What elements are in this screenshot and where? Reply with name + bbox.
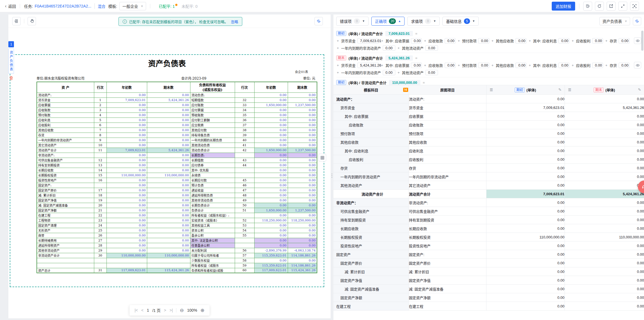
map-end-value[interactable]: 0.00 <box>565 198 644 207</box>
doc-line-number[interactable] <box>94 92 106 97</box>
doc-item-label[interactable]: 流动负债: <box>190 92 235 97</box>
open-external-icon-button[interactable] <box>607 2 616 11</box>
doc-amount-cell[interactable]: 0.00 <box>147 203 190 208</box>
formula-term-value[interactable]: 5,424,361.26 <box>357 63 379 68</box>
doc-item-label[interactable]: 减: 累计折旧 <box>37 193 94 198</box>
doc-item-label[interactable]: 非流动资产: <box>37 153 94 158</box>
doc-amount-cell[interactable]: 0.00 <box>288 168 317 173</box>
map-template-subject[interactable]: 非流动资产： <box>333 198 409 207</box>
map-template-subject[interactable]: 固定资产原价 <box>333 259 409 267</box>
tab-错误项[interactable]: 错误项0▼ <box>336 17 369 26</box>
map-begin-value[interactable]: 0.00 <box>486 198 565 207</box>
formula-term-value[interactable]: 0.00 <box>558 38 569 43</box>
doc-item-label[interactable]: 其他非流动资产 <box>37 248 94 253</box>
doc-line-number[interactable]: 40 <box>235 138 254 143</box>
formula-term-value[interactable]: 0.00 <box>515 63 526 68</box>
map-end-value[interactable]: 0.00 <box>565 276 644 285</box>
zoom-in-button[interactable]: ⊕ <box>200 307 204 313</box>
map-end-value[interactable]: 0.00 <box>565 155 644 164</box>
doc-item-label[interactable]: 递延收益 <box>190 188 235 193</box>
doc-line-number[interactable]: 48 <box>235 193 254 198</box>
doc-amount-cell[interactable]: 0.00 <box>106 198 147 203</box>
doc-line-number[interactable]: 32 <box>235 97 254 102</box>
doc-amount-cell[interactable]: 0.00 <box>288 223 317 228</box>
doc-amount-cell[interactable]: 1,237,500.00 <box>288 148 317 153</box>
doc-line-number[interactable]: 43 <box>235 158 254 163</box>
ocr-recognize-icon-button[interactable] <box>630 2 639 11</box>
doc-line-number[interactable]: 24 <box>94 223 106 228</box>
map-row[interactable]: 其中: 应收利息应收利息0.000.00 <box>333 146 644 155</box>
fullscreen-icon-button[interactable] <box>618 2 627 11</box>
formula-total-value[interactable]: 5,424,361.26 <box>385 55 413 61</box>
map-end-value[interactable]: 0.00 <box>565 181 644 190</box>
doc-item-label[interactable]: 持有至到期投资 <box>37 163 94 168</box>
doc-line-number[interactable]: 5 <box>94 118 106 123</box>
sheet-tab-balance-sheet[interactable]: 资产负债表 <box>8 48 14 74</box>
map-begin-value[interactable]: 0.00 <box>486 164 565 172</box>
doc-amount-cell[interactable]: 0.00 <box>288 183 317 188</box>
doc-amount-cell[interactable]: -2,890,376.99 <box>254 248 288 253</box>
map-original-item[interactable]: 非流动资产: <box>409 198 486 207</box>
doc-line-number[interactable]: 49 <box>235 198 254 203</box>
doc-line-number[interactable]: 45 <box>235 178 254 183</box>
formula-term-value[interactable]: 0.00 <box>558 63 569 68</box>
doc-line-number[interactable] <box>235 243 254 248</box>
doc-line-number[interactable]: 50 <box>235 203 254 208</box>
map-original-item[interactable]: 在建工程 <box>409 302 486 311</box>
doc-amount-cell[interactable]: 1,237,500.00 <box>288 102 317 108</box>
template-select[interactable]: 一般企业 ∨ <box>119 2 146 10</box>
doc-item-label[interactable]: 流动资产: <box>37 92 94 97</box>
doc-line-number[interactable]: 13 <box>94 163 106 168</box>
map-end-value[interactable]: 0.00 <box>565 164 644 172</box>
map-end-value[interactable]: 5,424,361.26 <box>565 103 644 112</box>
doc-amount-cell[interactable]: 0.00 <box>254 193 288 198</box>
doc-amount-cell[interactable]: 0.00 <box>254 173 288 178</box>
doc-line-number[interactable]: 21 <box>94 208 106 213</box>
map-end-value[interactable]: 0.00 <box>565 129 644 138</box>
scrollbar-thumb[interactable] <box>641 31 643 51</box>
doc-amount-cell[interactable]: 0.00 <box>106 158 147 163</box>
doc-line-number[interactable]: 27 <box>94 238 106 243</box>
doc-amount-cell[interactable]: 0.00 <box>254 243 288 248</box>
doc-item-label[interactable]: 长期待摊费用 <box>37 238 94 243</box>
formula-term-value[interactable]: 0.00 <box>445 63 456 68</box>
doc-amount-cell[interactable]: 115,424,361.26 <box>147 268 190 273</box>
doc-line-number[interactable]: 35 <box>235 113 254 118</box>
map-template-subject[interactable]: 其他应收款 <box>333 138 409 146</box>
doc-item-label[interactable]: 递延所得税资产 <box>37 243 94 248</box>
doc-line-number[interactable]: 34 <box>235 108 254 113</box>
doc-item-label[interactable]: 应付职工薪酬 <box>190 118 235 123</box>
map-template-subject[interactable]: 减: 固定资产减值准备 <box>333 285 409 293</box>
doc-amount-cell[interactable]: 0.00 <box>254 198 288 203</box>
doc-amount-cell[interactable]: 0.00 <box>106 92 147 97</box>
doc-amount-cell[interactable]: 0.00 <box>106 123 147 128</box>
doc-amount-cell[interactable]: 114,186,861.26 <box>288 253 317 258</box>
doc-amount-cell[interactable]: 0.00 <box>147 123 190 128</box>
map-row[interactable]: 一年内到期的非流动资产一年内到期的非流动资产0.000.00 <box>333 172 644 181</box>
doc-line-number[interactable]: 12 <box>94 158 106 163</box>
doc-amount-cell[interactable]: 0.00 <box>147 198 190 203</box>
map-original-item[interactable]: 应收账款 <box>409 121 486 129</box>
doc-amount-cell[interactable] <box>147 263 190 268</box>
formula-term-value[interactable]: 0.00 <box>383 70 395 75</box>
map-template-subject[interactable]: 可供出售金融资产 <box>333 207 409 216</box>
last-page-button[interactable]: >| <box>170 308 173 312</box>
doc-item-label[interactable]: 工程物资 <box>37 218 94 223</box>
doc-item-label[interactable]: 永续债 <box>190 173 235 178</box>
doc-amount-cell[interactable]: 0.00 <box>106 223 147 228</box>
doc-item-label[interactable]: 商誉 <box>37 233 94 238</box>
doc-amount-cell[interactable]: 0.00 <box>288 138 317 143</box>
doc-item-label[interactable]: 其中: 法定盈余公积 <box>190 238 235 243</box>
doc-item-label[interactable]: 固定资产净额 <box>37 208 94 213</box>
doc-amount-cell[interactable]: 0.00 <box>147 233 190 238</box>
doc-line-number[interactable]: 8 <box>94 133 106 138</box>
history-icon-button[interactable] <box>583 2 592 11</box>
doc-line-number[interactable]: 46 <box>235 183 254 188</box>
doc-amount-cell[interactable]: 0.00 <box>106 102 147 108</box>
doc-line-number[interactable]: 3 <box>94 108 106 113</box>
doc-item-label[interactable]: 少数股东权益 <box>190 258 235 263</box>
doc-amount-cell[interactable]: 114,186,861.26 <box>288 263 317 268</box>
map-begin-value[interactable]: 0.00 <box>486 146 565 155</box>
refresh-icon-button[interactable] <box>595 2 604 11</box>
map-row[interactable]: 货币资金货币资金7,009,623.015,424,361.26 <box>333 103 644 112</box>
